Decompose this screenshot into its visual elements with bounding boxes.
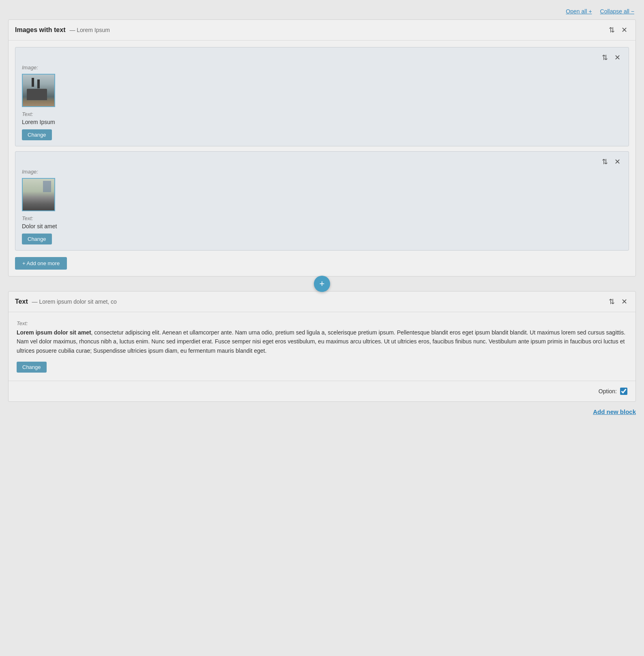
- item1-change-btn[interactable]: Change: [22, 129, 52, 140]
- close-icon: ✕: [621, 26, 627, 34]
- block1-title: Images with text: [15, 26, 65, 33]
- text-block: Text — Lorem ipsum dolor sit amet, co ⇅ …: [8, 291, 636, 402]
- item2-close-btn[interactable]: ✕: [613, 157, 622, 166]
- item2-image-thumbnail[interactable]: [22, 178, 55, 211]
- add-new-block-btn[interactable]: Add new block: [593, 408, 636, 415]
- block1-actions: ⇅ ✕: [607, 26, 629, 34]
- move-icon: ⇅: [609, 26, 615, 34]
- between-blocks-area: +: [8, 277, 636, 291]
- item2-change-btn[interactable]: Change: [22, 234, 52, 244]
- item2-image-label: Image:: [22, 169, 622, 175]
- option-checkbox[interactable]: [620, 388, 627, 395]
- item1-text-label: Text:: [22, 111, 622, 117]
- block2-text-rest: , consectetur adipiscing elit. Aenean et…: [17, 329, 625, 354]
- block2-subtitle: — Lorem ipsum dolor sit amet, co: [32, 298, 117, 305]
- block2-title: Text: [15, 298, 28, 305]
- add-block-plus-btn[interactable]: +: [314, 276, 330, 292]
- item1-close-btn[interactable]: ✕: [613, 53, 622, 62]
- block2-title-area: Text — Lorem ipsum dolor sit amet, co: [15, 298, 117, 305]
- block1-close-btn[interactable]: ✕: [620, 26, 629, 34]
- item1-image-thumbnail[interactable]: [22, 74, 55, 107]
- move-icon: ⇅: [602, 54, 608, 61]
- item2-move-btn[interactable]: ⇅: [600, 157, 610, 166]
- block1-title-area: Images with text — Lorem Ipsum: [15, 26, 110, 34]
- block1-header: Images with text — Lorem Ipsum ⇅ ✕: [9, 20, 635, 41]
- collapse-all-link[interactable]: Collapse all −: [600, 8, 634, 15]
- block2-move-btn[interactable]: ⇅: [607, 297, 616, 306]
- close-icon: ✕: [621, 298, 627, 305]
- item1-header: ⇅ ✕: [22, 53, 622, 62]
- item-card-2: ⇅ ✕ Image: Text: Dolor sit amet Change: [15, 151, 629, 251]
- block1-move-btn[interactable]: ⇅: [607, 26, 616, 34]
- top-bar: Open all + Collapse all −: [8, 8, 636, 15]
- item1-image-label: Image:: [22, 64, 622, 71]
- item2-text-value: Dolor sit amet: [22, 223, 622, 229]
- block1-body: ⇅ ✕ Image: Text: Lorem Ipsum Change ⇅ ✕: [9, 41, 635, 276]
- add-one-more-btn[interactable]: + Add one more: [15, 257, 67, 270]
- item1-text-value: Lorem Ipsum: [22, 119, 622, 125]
- block2-actions: ⇅ ✕: [607, 297, 629, 306]
- item1-move-btn[interactable]: ⇅: [600, 53, 610, 62]
- item1-image: [23, 75, 54, 106]
- block1-subtitle: — Lorem Ipsum: [69, 27, 110, 33]
- item2-header: ⇅ ✕: [22, 157, 622, 166]
- item-card-1: ⇅ ✕ Image: Text: Lorem Ipsum Change: [15, 47, 629, 146]
- block2-change-btn[interactable]: Change: [17, 362, 47, 373]
- close-icon: ✕: [614, 158, 620, 165]
- bottom-bar: Add new block: [8, 408, 636, 415]
- block2-text-bold: Lorem ipsum dolor sit amet: [17, 329, 91, 336]
- move-icon: ⇅: [609, 298, 615, 305]
- block2-close-btn[interactable]: ✕: [620, 297, 629, 306]
- option-row: Option:: [9, 381, 635, 401]
- block2-text-label: Text:: [17, 320, 627, 326]
- block2-body: Text: Lorem ipsum dolor sit amet, consec…: [9, 312, 635, 381]
- images-with-text-block: Images with text — Lorem Ipsum ⇅ ✕ ⇅ ✕ I…: [8, 19, 636, 277]
- move-icon: ⇅: [602, 158, 608, 165]
- open-all-link[interactable]: Open all +: [566, 8, 592, 15]
- block2-header: Text — Lorem ipsum dolor sit amet, co ⇅ …: [9, 292, 635, 312]
- item2-text-label: Text:: [22, 215, 622, 221]
- item2-image: [23, 179, 54, 210]
- block2-text-content: Lorem ipsum dolor sit amet, consectetur …: [17, 328, 627, 355]
- option-label: Option:: [599, 388, 617, 394]
- close-icon: ✕: [614, 54, 620, 61]
